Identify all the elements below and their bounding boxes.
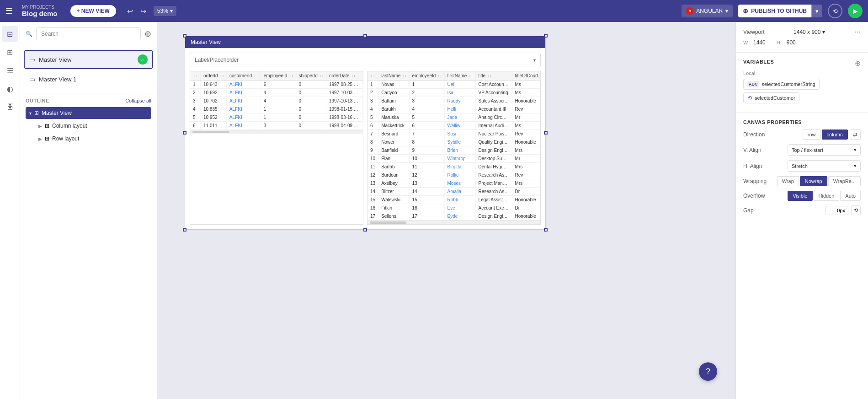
left-table[interactable]: i ↕ orderId ↕ i customerId ↕ i employeeI… xyxy=(190,71,363,225)
right-table-row[interactable]: 3Battam3RuddySales AssociateHonorable xyxy=(367,97,541,105)
icon-bar-home[interactable]: ⊟ xyxy=(2,26,18,42)
right-table-row[interactable]: 14Blitzer14AmaliaResearch Assista...Dr xyxy=(367,188,541,196)
canvas-area[interactable]: Master View Label/Placeholder ▾ xyxy=(157,22,735,399)
view-item-master-1[interactable]: ▭ Master View 1 xyxy=(24,71,153,87)
view-item-master[interactable]: ▭ Master View ⌂ xyxy=(24,50,153,69)
viewport-more-button[interactable]: ⋯ xyxy=(854,28,861,36)
left-table-row[interactable]: 310,702ALFKI401997-10-13 T00... xyxy=(190,97,363,105)
left-table-cell: 0 xyxy=(296,113,326,122)
right-table-row[interactable]: 17Sellens17EydeDesign EngineerHonorable xyxy=(367,212,541,221)
left-table-row[interactable]: 611,011ALFKI301998-04-09 T00... xyxy=(190,122,363,130)
redo-button[interactable]: ↪ xyxy=(138,5,148,17)
variable-chip-string[interactable]: ABC selectedCustomerString xyxy=(743,79,820,90)
left-scrollbar-thumb[interactable] xyxy=(192,131,229,133)
handle-bl[interactable] xyxy=(183,228,186,232)
right-table-cell: Dr xyxy=(512,188,541,196)
right-table-cell: Ms xyxy=(512,81,541,89)
column-layout-label: Column layout xyxy=(52,123,87,129)
outline-item-column-layout[interactable]: ▶ ⊞ Column layout xyxy=(35,120,151,132)
chevron-right-icon-col[interactable]: ▶ xyxy=(38,124,42,129)
wrapre-button[interactable]: WrapRe... xyxy=(828,176,861,186)
left-table-cell: ALFKI xyxy=(226,89,261,97)
right-table-row[interactable]: 13Axelbey13MosesProject ManagerMrs xyxy=(367,179,541,188)
right-table-row[interactable]: 4Barukh4HelliAccountant IIIRev xyxy=(367,105,541,113)
icon-bar-layers[interactable]: ☰ xyxy=(2,62,18,79)
left-table-cell: 1997-08-25 T00... xyxy=(326,81,362,89)
left-table-scrollbar[interactable] xyxy=(190,130,363,134)
right-table-cell: Nower xyxy=(378,138,409,146)
icon-bar-data[interactable]: 🗄 xyxy=(2,99,18,115)
overflow-hidden-button[interactable]: Hidden xyxy=(814,191,840,201)
handle-bm[interactable] xyxy=(363,228,367,232)
collapse-all-button[interactable]: Collapse all xyxy=(125,98,151,103)
outline-item-master-view[interactable]: ▾ ⊞ Master View xyxy=(26,107,151,119)
right-table-cell: 8 xyxy=(409,138,444,146)
direction-column-button[interactable]: column xyxy=(822,129,848,140)
wrap-button[interactable]: Wrap xyxy=(777,176,799,186)
handle-mr[interactable] xyxy=(544,131,548,135)
right-table-row[interactable]: 2Carlyon2IsaVP AccountingMs xyxy=(367,89,541,97)
right-table-row[interactable]: 5Maruska5JadeAnalog Circuit De...Mr xyxy=(367,113,541,122)
publish-dropdown-button[interactable]: ▾ xyxy=(811,5,822,17)
right-scrollbar-thumb[interactable] xyxy=(370,221,406,224)
view-home-button[interactable]: ⌂ xyxy=(138,54,148,65)
overflow-visible-button[interactable]: Visible xyxy=(788,191,812,201)
handle-tr[interactable] xyxy=(544,34,548,38)
right-table-row[interactable]: 7Besnard7SusiNuclear Power E...Rev xyxy=(367,130,541,138)
angular-selector[interactable]: A ANGULAR ▾ xyxy=(682,5,733,17)
outline-item-row-layout[interactable]: ▶ ⊞ Row layout xyxy=(35,133,151,145)
undo-button[interactable]: ↩ xyxy=(125,5,135,17)
icon-bar-palette[interactable]: ◐ xyxy=(2,81,18,97)
right-table-row[interactable]: 12Burdoun12RollieResearch Assista...Rev xyxy=(367,171,541,179)
right-table-row[interactable]: 1Novas1UefCost AccountantMs xyxy=(367,81,541,89)
chevron-right-icon-row[interactable]: ▶ xyxy=(38,136,42,141)
gap-link-button[interactable]: ⟲ xyxy=(851,205,861,215)
h-align-select[interactable]: Stretch ▾ xyxy=(788,160,861,172)
nowrap-button[interactable]: Nowrap xyxy=(800,176,827,186)
angular-chevron: ▾ xyxy=(725,8,728,14)
handle-tl[interactable] xyxy=(183,34,186,38)
handle-br[interactable] xyxy=(544,228,548,232)
right-table-row[interactable]: 9Banfield9BrienDesign EngineerMrs xyxy=(367,146,541,155)
help-fab[interactable]: ? xyxy=(699,362,717,381)
publish-button[interactable]: ⊕ PUBLISH TO GITHUB xyxy=(738,5,811,17)
left-table-row[interactable]: 510,952ALFKI101998-03-16 T00... xyxy=(190,113,363,122)
add-variable-button[interactable]: ⊕ xyxy=(855,59,861,68)
play-button[interactable]: ▶ xyxy=(848,4,863,18)
left-table-row[interactable]: 210,692ALFKI401997-10-03 T00... xyxy=(190,89,363,97)
dropdown-bar[interactable]: Label/Placeholder ▾ xyxy=(190,53,541,67)
right-table-row[interactable]: 11Sarfab11BirgittaDental HygienistMrs xyxy=(367,163,541,171)
right-table-row[interactable]: 8Nower8SybilleQuality EngineerHonorable xyxy=(367,138,541,146)
variable-chip-object[interactable]: ⟲ selectedCustomer xyxy=(743,92,799,103)
h-align-value: Stretch xyxy=(792,163,808,169)
right-table-row[interactable]: 10Elan10WinthropDesktop Support...Mr xyxy=(367,155,541,163)
overflow-auto-button[interactable]: Auto xyxy=(840,191,861,201)
handle-tm[interactable] xyxy=(363,34,367,38)
menu-icon[interactable]: ☰ xyxy=(5,6,13,16)
viewport-selector[interactable]: 1440 x 900 ▾ xyxy=(793,29,825,35)
handle-ml[interactable] xyxy=(183,131,186,135)
h-align-label: H. Align xyxy=(743,163,762,169)
search-input[interactable] xyxy=(36,27,141,40)
left-table-row[interactable]: 410,835ALFKI101998-01-15 T00... xyxy=(190,105,363,113)
icon-bar-components[interactable]: ⊞ xyxy=(2,44,18,60)
left-table-row[interactable]: 110,643ALFKI601997-08-25 T00... xyxy=(190,81,363,89)
share-button[interactable]: ⟲ xyxy=(828,4,842,18)
wrapping-buttons: Wrap Nowrap WrapRe... xyxy=(777,176,861,186)
v-align-select[interactable]: Top / flex-start ▾ xyxy=(788,144,861,156)
right-table-row[interactable]: 15Walewski15RobbLegal AssistantHonorable xyxy=(367,196,541,204)
dropdown-label: Label/Placeholder xyxy=(195,57,533,63)
zoom-control[interactable]: 53% ▾ xyxy=(154,6,176,16)
right-table-row[interactable]: 16Fitkin16EveAccount ExecutiveDr xyxy=(367,204,541,212)
gap-input[interactable] xyxy=(825,206,848,215)
direction-row-button[interactable]: row xyxy=(803,129,821,140)
add-view-button[interactable]: ⊕ xyxy=(144,29,151,39)
chevron-down-icon[interactable]: ▾ xyxy=(29,111,32,116)
new-view-button[interactable]: + NEW VIEW xyxy=(70,5,116,17)
right-table-scrollbar[interactable] xyxy=(367,221,540,224)
direction-swap-button[interactable]: ⇄ xyxy=(850,129,861,140)
right-col-sort: i ↕ xyxy=(371,74,375,78)
right-table-row[interactable]: 6Mackettrick6WalliwInternal AuditorMs xyxy=(367,122,541,130)
left-table-cell: 3 xyxy=(261,122,296,130)
right-table[interactable]: i ↕ lastName ↕ i employeeId ↕ i firstNam… xyxy=(367,71,541,225)
